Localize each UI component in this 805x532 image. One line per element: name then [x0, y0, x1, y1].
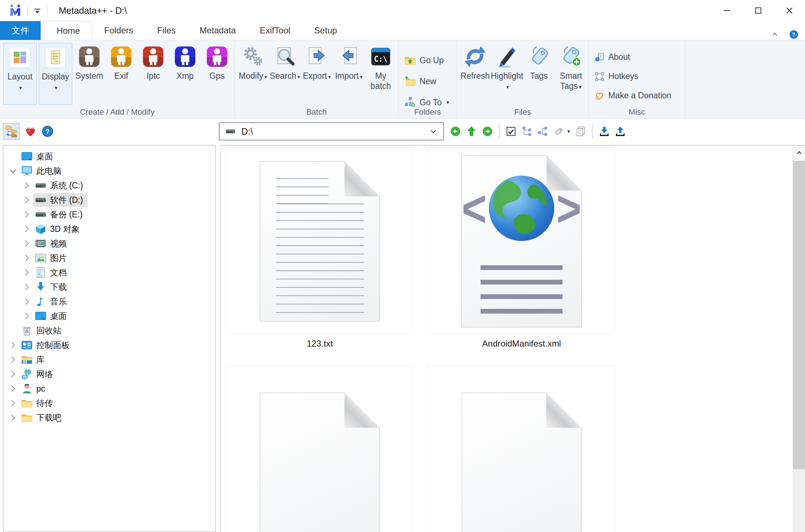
tab-setup[interactable]: Setup — [302, 21, 349, 40]
tree-item-e[interactable]: 备份 (E:) — [3, 207, 215, 222]
file-thumbnail[interactable]: <> — [428, 148, 615, 333]
tab-exiftool[interactable]: ExifTool — [248, 21, 302, 40]
tree-item-[interactable]: 回收站 — [3, 323, 215, 338]
smart-tags-button[interactable]: Smart Tags ▾ — [555, 42, 587, 92]
file-thumbnail[interactable] — [428, 365, 615, 532]
tree-item-[interactable]: 视频 — [3, 236, 215, 251]
tab-file-menu[interactable]: 文件 — [0, 21, 41, 40]
maximize-button[interactable] — [743, 0, 774, 21]
tree-item-[interactable]: 下载 — [3, 280, 215, 294]
tree-item-[interactable]: 下载吧 — [3, 410, 215, 425]
download-button[interactable] — [599, 126, 610, 137]
expander-closed-icon[interactable] — [22, 297, 32, 306]
combo-chevron-down-icon[interactable] — [429, 127, 438, 136]
eraser-button[interactable] — [553, 126, 564, 137]
close-button[interactable] — [774, 0, 805, 21]
tree-item-c[interactable]: 系统 (C:) — [3, 178, 215, 193]
file-item[interactable] — [428, 365, 615, 532]
file-item-androidmanifest-xml[interactable]: <>AndroidManifest.xml — [428, 148, 615, 349]
expander-closed-icon[interactable] — [22, 181, 32, 190]
tree-item-[interactable]: 图片 — [3, 251, 215, 265]
expander-closed-icon[interactable] — [22, 224, 32, 234]
tab-folders[interactable]: Folders — [92, 21, 145, 40]
expander-closed-icon[interactable] — [8, 340, 18, 350]
quick-access-dropdown-icon[interactable] — [33, 6, 42, 15]
new-button[interactable]: New — [401, 71, 455, 92]
search-button[interactable]: Search ▾ — [269, 42, 301, 91]
tree-item-label: 系统 (C:) — [50, 180, 83, 191]
favorites-heart-button[interactable] — [24, 125, 37, 138]
tree-item-pc[interactable]: pc — [3, 381, 215, 396]
hotkeys-button[interactable]: Hotkeys — [591, 67, 683, 86]
checkbox-button[interactable] — [506, 126, 516, 137]
tags-button[interactable]: Tags — [523, 42, 555, 92]
tree-item-[interactable]: 桌面 — [3, 309, 215, 323]
tab-files[interactable]: Files — [145, 21, 188, 40]
layout-button[interactable]: Layout▾ — [3, 43, 37, 105]
highlight-button[interactable]: Highlight ▾ — [491, 42, 523, 92]
expander-closed-icon[interactable] — [22, 282, 32, 292]
address-combo[interactable]: D:\ — [219, 122, 444, 140]
dropdown-caret-icon[interactable]: ▾ — [567, 128, 570, 135]
expander-closed-icon[interactable] — [22, 268, 32, 277]
copy-pages-button[interactable] — [575, 126, 586, 137]
tree-item-d[interactable]: 软件 (D:) — [3, 193, 215, 207]
minimize-button[interactable] — [711, 0, 743, 21]
nav-up-button[interactable] — [466, 126, 477, 137]
person-icon — [142, 45, 164, 68]
tree-item-[interactable]: 网络 — [3, 367, 215, 381]
file-thumbnail[interactable] — [226, 148, 413, 333]
tree-item-3d[interactable]: 3D 对象 — [3, 222, 215, 236]
about-button[interactable]: About — [591, 48, 683, 67]
xmp-button[interactable]: Xmp — [169, 42, 201, 81]
help-circle-button[interactable]: ? — [41, 125, 54, 138]
expander-closed-icon[interactable] — [22, 210, 32, 219]
expander-closed-icon[interactable] — [22, 311, 32, 321]
scroll-up-button[interactable] — [793, 146, 805, 161]
tree-item-[interactable]: 库 — [3, 352, 215, 367]
my-batch-button[interactable]: C:\My batch — [365, 42, 397, 91]
expander-closed-icon[interactable] — [22, 239, 32, 248]
tree-item-[interactable]: 音乐 — [3, 294, 215, 309]
folder-tree-button[interactable] — [3, 123, 20, 140]
scrollbar-thumb[interactable] — [793, 161, 805, 469]
tree-layout-2-button[interactable] — [538, 126, 548, 137]
refresh-button[interactable]: Refresh — [459, 42, 491, 92]
collapse-ribbon-icon[interactable] — [770, 30, 780, 39]
expander-closed-icon[interactable] — [8, 413, 18, 422]
expander-closed-icon[interactable] — [8, 398, 18, 408]
expander-closed-icon[interactable] — [22, 253, 32, 263]
nav-forward-button[interactable] — [482, 126, 493, 137]
expander-closed-icon[interactable] — [8, 369, 18, 379]
tree-layout-1-button[interactable] — [522, 126, 532, 137]
import-doc-icon — [338, 45, 360, 68]
import-button[interactable]: Import ▾ — [333, 42, 365, 91]
tree-item-[interactable]: 控制面板 — [3, 338, 215, 352]
vertical-scrollbar[interactable] — [793, 146, 805, 532]
gps-button[interactable]: Gps — [201, 42, 233, 81]
tree-item-[interactable]: 文档 — [3, 265, 215, 280]
upload-button[interactable] — [615, 126, 626, 137]
tab-home[interactable]: Home — [44, 21, 92, 40]
system-button[interactable]: System — [73, 42, 105, 81]
expander-open-icon[interactable] — [8, 166, 18, 176]
expander-closed-icon[interactable] — [8, 384, 18, 393]
display-button[interactable]: Display▾ — [39, 43, 72, 105]
tab-metadata[interactable]: Metadata — [188, 21, 248, 40]
expander-closed-icon[interactable] — [22, 195, 32, 205]
export-button[interactable]: Export ▾ — [301, 42, 333, 91]
file-item[interactable] — [226, 365, 413, 532]
file-thumbnail[interactable] — [226, 365, 413, 532]
modify-button[interactable]: Modify ▾ — [237, 42, 269, 91]
file-item-123-txt[interactable]: 123.txt — [226, 148, 413, 349]
go-up-button[interactable]: Go Up — [401, 50, 455, 71]
exif-button[interactable]: Exif — [105, 42, 137, 81]
tree-item-[interactable]: 桌面 — [3, 149, 215, 164]
help-icon[interactable]: ? — [789, 30, 798, 39]
iptc-button[interactable]: Iptc — [137, 42, 169, 81]
expander-closed-icon[interactable] — [8, 355, 18, 364]
make-a-donation-button[interactable]: Make a Donation — [591, 86, 683, 105]
tree-item-[interactable]: 待传 — [3, 396, 215, 410]
tree-item-[interactable]: 此电脑 — [3, 164, 215, 178]
nav-back-button[interactable] — [450, 126, 461, 137]
